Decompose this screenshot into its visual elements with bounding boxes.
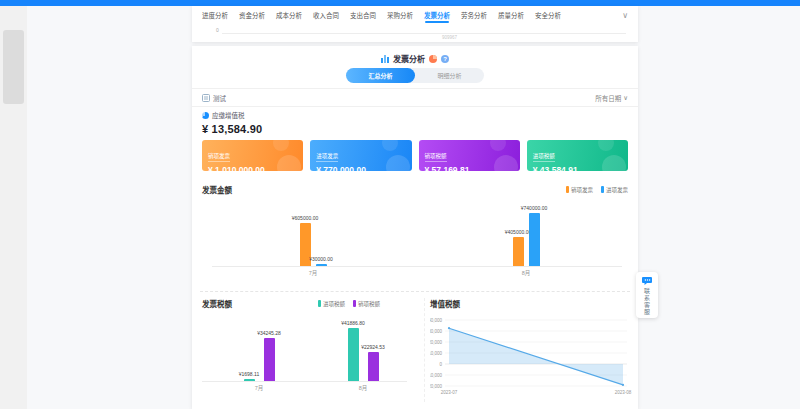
kpi-value: ¥ 13,584.90	[202, 123, 262, 135]
invoice-analysis-panel: 发票分析 ? 汇总分析明细分析 测试 所有日期 ∨	[192, 46, 638, 409]
pie-chart-icon	[429, 55, 437, 63]
card-input-tax: 进项税额¥ 43,584.91	[527, 140, 628, 171]
card-decor-circle	[598, 140, 614, 151]
filter-row: 测试 所有日期 ∨	[202, 91, 628, 105]
y-tick-label: 20,000	[430, 340, 442, 345]
card-label: 销项发票	[208, 152, 230, 162]
invoice-amount-chart: ¥605000.00¥30000.007月¥405000.00¥740000.0…	[192, 196, 638, 280]
bar-value-label: ¥30000.00	[299, 256, 343, 262]
card-input-invoice: 进项发票¥ 770,000.00	[310, 140, 411, 171]
dashed-vertical-divider	[424, 298, 425, 402]
x-axis-label: 8月	[511, 269, 541, 277]
legend-invoice-tax: 进项税额销项税额	[318, 300, 380, 308]
app-window: 进度分析资金分析成本分析收入合同支出合同采购分析发票分析劳务分析质量分析安全分析…	[0, 0, 800, 409]
tab-5[interactable]: 支出合同	[350, 7, 376, 25]
card-output-invoice: 销项发票¥ 1,010,000.00	[202, 140, 303, 171]
x-axis-label: 8月	[348, 384, 378, 392]
legend-销项发票[interactable]: 销项发票	[566, 186, 593, 194]
tab-bar: 进度分析资金分析成本分析收入合同支出合同采购分析发票分析劳务分析质量分析安全分析	[202, 6, 561, 26]
legend-label: 销项发票	[571, 186, 593, 194]
card-output-tax: 销项税额¥ 57,169.81	[419, 140, 520, 171]
card-decor-circle	[382, 140, 398, 151]
tab-1[interactable]: 进度分析	[202, 7, 228, 25]
legend-swatch	[318, 300, 321, 307]
bar-进项税额-7月	[244, 379, 255, 381]
bar-value-label: ¥22924.53	[351, 344, 395, 350]
dashed-divider	[200, 291, 630, 292]
x-tick-label: 2023-07	[441, 390, 458, 395]
card-decor-circle	[386, 155, 410, 171]
tab-3[interactable]: 成本分析	[276, 7, 302, 25]
data-point	[448, 327, 450, 329]
x-axis-line	[212, 266, 622, 267]
invoice-amount-header: 发票金额 销项发票进项发票	[202, 184, 628, 195]
card-label: 销项税额	[425, 152, 447, 162]
remnant-axis-label: 909967	[442, 35, 457, 40]
legend-invoice-amount: 销项发票进项发票	[566, 186, 628, 194]
tab-4[interactable]: 收入合同	[313, 7, 339, 25]
help-icon[interactable]: ?	[441, 55, 449, 63]
invoice-tax-header: 发票税额 进项税额销项税额	[202, 298, 380, 309]
divider	[192, 106, 638, 107]
bar-销项税额-7月	[264, 338, 275, 381]
scrollbar-thumb[interactable]	[3, 30, 24, 104]
toggle-option-2[interactable]: 明细分析	[415, 68, 484, 83]
card-label: 进项发票	[316, 152, 338, 162]
invoice-tax-chart: ¥1698.11¥34245.287月¥41886.80¥22924.538月	[192, 312, 422, 402]
legend-销项税额[interactable]: 销项税额	[353, 300, 380, 308]
page-title-row: 发票分析 ?	[192, 53, 638, 64]
left-scroll-strip	[0, 6, 27, 409]
analysis-mode-toggle: 汇总分析明细分析	[346, 68, 484, 83]
invoice-tax-title: 发票税额	[202, 298, 232, 309]
card-decor-circle	[273, 140, 289, 151]
card-label: 进项税额	[533, 152, 555, 162]
y-tick-label: -10,000	[430, 373, 442, 378]
tab-6[interactable]: 采购分析	[387, 7, 413, 25]
y-tick-label: 0	[439, 362, 442, 367]
date-filter-label: 所有日期	[595, 93, 621, 103]
bar-value-label: ¥41886.80	[331, 320, 375, 326]
card-decor-circle	[490, 140, 506, 151]
chat-bubble-icon	[642, 276, 652, 286]
kpi-label: 应缴增值税	[212, 110, 245, 120]
main-column: 进度分析资金分析成本分析收入合同支出合同采购分析发票分析劳务分析质量分析安全分析…	[192, 6, 638, 409]
vat-line-chart: 40,00030,00020,00010,0000-10,000-20,0002…	[430, 308, 638, 406]
form-icon	[202, 94, 210, 102]
bar-进项发票-8月	[529, 213, 540, 266]
card-decor-circle	[602, 155, 626, 171]
widget-label: 联系客服	[643, 288, 652, 316]
tab-7[interactable]: 发票分析	[424, 7, 450, 25]
y-tick-label: 40,000	[430, 318, 442, 323]
x-axis-label: 7月	[298, 269, 328, 277]
x-axis-line	[202, 381, 407, 382]
tab-10[interactable]: 安全分析	[535, 7, 561, 25]
data-point	[622, 384, 624, 386]
bar-value-label: ¥605000.00	[283, 215, 327, 221]
card-decor-circle	[277, 155, 301, 171]
contact-support-widget[interactable]: 联系客服	[636, 272, 658, 318]
y-tick-label: 30,000	[430, 329, 442, 334]
toggle-option-1[interactable]: 汇总分析	[346, 68, 415, 83]
chevron-down-icon[interactable]: ∨	[622, 11, 628, 20]
card-decor-circle	[494, 155, 518, 171]
bar-chart-icon	[381, 55, 389, 63]
bar-value-label: ¥740000.00	[512, 205, 556, 211]
bar-value-label: ¥34245.28	[247, 330, 291, 336]
legend-进项发票[interactable]: 进项发票	[601, 186, 628, 194]
project-selector[interactable]: 测试	[202, 93, 226, 103]
legend-进项税额[interactable]: 进项税额	[318, 300, 345, 308]
x-tick-label: 2023-08	[615, 390, 632, 395]
y-tick-label: -20,000	[430, 384, 442, 389]
invoice-amount-title: 发票金额	[202, 184, 232, 195]
tab-9[interactable]: 质量分析	[498, 7, 524, 25]
summary-cards: 销项发票¥ 1,010,000.00进项发票¥ 770,000.00销项税额¥ …	[202, 140, 628, 171]
bar-销项税额-8月	[368, 352, 379, 381]
tab-8[interactable]: 劳务分析	[461, 7, 487, 25]
date-filter[interactable]: 所有日期 ∨	[595, 93, 628, 103]
legend-swatch	[353, 300, 356, 307]
chevron-down-icon: ∨	[623, 94, 628, 102]
y-tick-label: 10,000	[430, 351, 442, 356]
remnant-axis-zero: 0	[216, 27, 219, 33]
tab-2[interactable]: 资金分析	[239, 7, 265, 25]
legend-label: 进项发票	[606, 186, 628, 194]
